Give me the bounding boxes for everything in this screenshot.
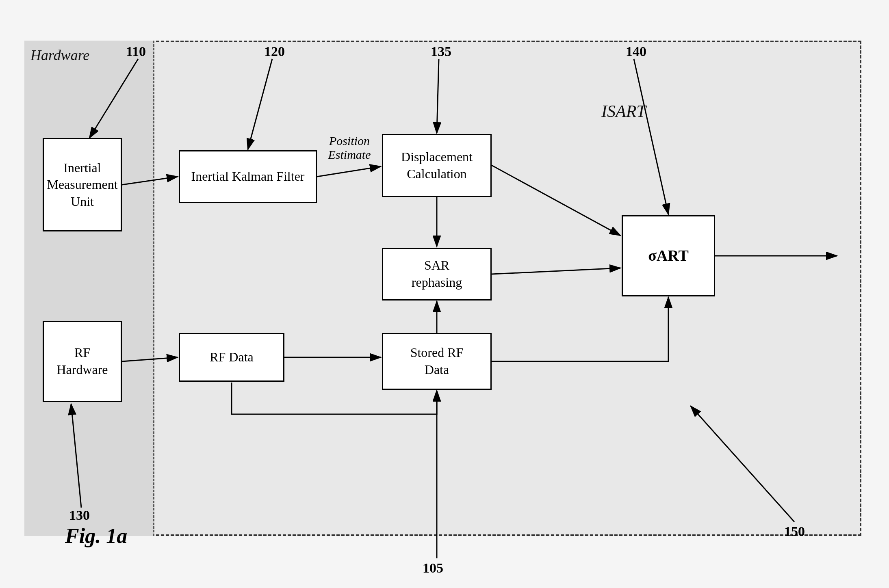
hardware-label: Hardware — [30, 47, 89, 64]
ref-120: 120 — [264, 44, 285, 59]
sigma-art-label: σART — [648, 246, 689, 266]
sigma-art-block: σART — [622, 215, 715, 296]
stored-rf-block: Stored RFData — [382, 333, 492, 390]
ref-140: 140 — [626, 44, 646, 59]
position-estimate-label: PositionEstimate — [325, 134, 374, 162]
rf-hardware-label: RFHardware — [56, 344, 108, 378]
displacement-label: DisplacementCalculation — [401, 149, 473, 182]
ref-130: 130 — [69, 508, 90, 523]
ikf-block: Inertial Kalman Filter — [179, 150, 317, 203]
ikf-label: Inertial Kalman Filter — [191, 168, 304, 185]
sar-label: SARrephasing — [412, 257, 462, 291]
rf-data-block: RF Data — [179, 333, 284, 382]
imu-label: InertialMeasurementUnit — [47, 160, 117, 210]
ref-135: 135 — [431, 44, 451, 59]
ref-110: 110 — [126, 44, 146, 59]
fig-caption: Fig. 1a — [65, 524, 127, 548]
rf-data-label: RF Data — [210, 349, 254, 366]
isart-label: ISART — [601, 102, 646, 121]
sar-block: SARrephasing — [382, 248, 492, 300]
hardware-section — [24, 41, 154, 536]
ref-150: 150 — [784, 524, 805, 539]
ref-105: 105 — [423, 560, 443, 576]
rf-hardware-block: RFHardware — [43, 321, 122, 402]
stored-rf-label: Stored RFData — [410, 344, 464, 378]
imu-block: InertialMeasurementUnit — [43, 138, 122, 231]
displacement-block: DisplacementCalculation — [382, 134, 492, 197]
diagram-page: Hardware ISART 110 120 135 140 130 105 1… — [0, 0, 889, 588]
